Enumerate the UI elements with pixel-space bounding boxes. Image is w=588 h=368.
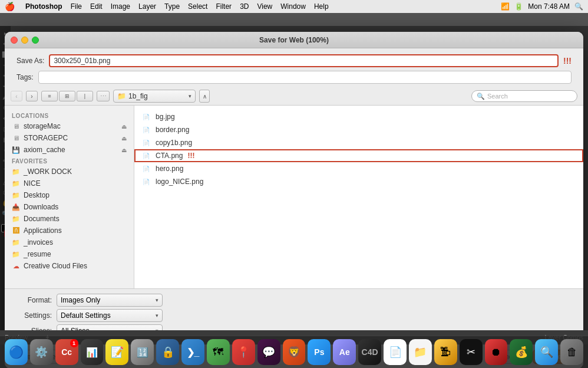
- sidebar-item-resume[interactable]: 📁 _resume: [5, 248, 134, 260]
- dropdown-arrow-icon: ▾: [189, 93, 191, 99]
- back-button[interactable]: ‹: [11, 91, 22, 101]
- app-name[interactable]: Photoshop: [25, 2, 62, 11]
- sidebar-storagemac-label: storageMac: [24, 122, 61, 130]
- forward-button[interactable]: ›: [26, 91, 38, 101]
- eject-icon-axiom[interactable]: ⏏: [121, 147, 127, 153]
- sidebar-item-axiom-cache[interactable]: 💾 axiom_cache ⏏: [5, 144, 134, 156]
- column-view-button[interactable]: |: [77, 91, 93, 101]
- search-placeholder: Search: [487, 93, 508, 100]
- file-item-hero[interactable]: 📄 hero.png: [134, 162, 583, 175]
- menu-image[interactable]: Image: [111, 2, 130, 11]
- dock-item-cinema4d[interactable]: C4D: [358, 339, 381, 365]
- file-item-logo[interactable]: 📄 logo_NICE.png: [134, 175, 583, 188]
- menu-select[interactable]: Select: [188, 2, 207, 11]
- dock-item-calculator[interactable]: 🔢: [131, 339, 154, 365]
- list-view-button[interactable]: ≡: [41, 91, 58, 101]
- icon-view-button[interactable]: ⊞: [59, 91, 75, 101]
- sidebar-item-desktop[interactable]: 📁 Desktop: [5, 189, 134, 201]
- folder-action-button[interactable]: ⋯: [97, 91, 110, 101]
- dock-item-notes[interactable]: 📝: [105, 339, 128, 365]
- menu-layer[interactable]: Layer: [138, 2, 156, 11]
- file-item-copy1b[interactable]: 📄 copy1b.png: [134, 136, 583, 149]
- eject-icon-storagemac[interactable]: ⏏: [121, 123, 127, 130]
- dock-item-trash[interactable]: 🗑: [560, 339, 583, 365]
- menu-view[interactable]: View: [257, 2, 272, 11]
- save-as-warning-icon: !!!: [563, 56, 572, 65]
- menu-filter[interactable]: Filter: [216, 2, 232, 11]
- folder-icon-documents: 📁: [12, 215, 20, 223]
- dock-item-finder[interactable]: 🔵: [5, 339, 28, 365]
- sidebar-cc-files-label: Creative Cloud Files: [24, 262, 87, 270]
- dock-item-vscode[interactable]: ❯_: [181, 339, 204, 365]
- file-item-cta[interactable]: 📄 CTA.png !!!: [134, 149, 583, 162]
- file-icon-cta: 📄: [141, 151, 151, 160]
- location-dropdown[interactable]: 📁 1b_fig ▾: [113, 90, 196, 103]
- settings-label: Settings:: [16, 311, 52, 320]
- tags-label: Tags:: [16, 73, 34, 81]
- eject-icon-storagepc[interactable]: ⏏: [121, 135, 127, 142]
- sidebar-item-storagepc[interactable]: 🖥 STORAGEPC ⏏: [5, 132, 134, 144]
- dock-item-activity-monitor[interactable]: 📊: [81, 339, 104, 365]
- photoshop-background: ▸ ✥ ⬜ ⊹ ✒ ✚ 🖌 ⊕ ↩ ◻ ▦ ○ ✏ T △ ⬡ ✋ 🔍: [0, 13, 588, 368]
- close-button[interactable]: [11, 37, 18, 44]
- folder-icon-apps: 🅰: [12, 226, 20, 235]
- dialog-title: Save for Web (100%): [259, 36, 329, 44]
- dock-item-archive[interactable]: 🗜: [434, 339, 457, 365]
- location-bar: ‹ › ≡ ⊞ | ⋯ 📁 1b_fig ▾ ∧ 🔍 Se: [5, 87, 583, 106]
- settings-select[interactable]: Default Settings ▾: [57, 309, 163, 322]
- dock-item-brave[interactable]: 🦁: [283, 339, 306, 365]
- menu-3d[interactable]: 3D: [240, 2, 249, 11]
- maximize-button[interactable]: [32, 37, 39, 44]
- file-list: 📄 bg.jpg 📄 border.png 📄 copy1b.png 📄 CTA…: [134, 106, 583, 288]
- dock-item-google-maps[interactable]: 📍: [232, 339, 255, 365]
- format-select[interactable]: Images Only ▾: [57, 294, 163, 307]
- apple-menu[interactable]: 🍎: [5, 2, 15, 11]
- dock-item-maps[interactable]: 🗺: [207, 339, 230, 365]
- save-as-input[interactable]: [49, 54, 559, 67]
- tags-input[interactable]: [38, 71, 572, 84]
- traffic-lights: [11, 37, 39, 44]
- folder-icon-nice: 📁: [12, 179, 20, 188]
- dock-item-after-effects[interactable]: Ae: [333, 339, 356, 365]
- sidebar-axiom-label: axiom_cache: [24, 146, 65, 154]
- dock-item-screencast[interactable]: ⏺: [485, 339, 508, 365]
- menu-help[interactable]: Help: [314, 2, 329, 11]
- search-box[interactable]: 🔍 Search: [471, 90, 577, 102]
- dock-item-spotlight[interactable]: 🔍: [535, 339, 558, 365]
- sidebar-item-creative-cloud-files[interactable]: ☁ Creative Cloud Files: [5, 260, 134, 272]
- sidebar-applications-label: Applications: [24, 226, 62, 235]
- sidebar-item-nice[interactable]: 📁 NICE: [5, 178, 134, 189]
- dock-item-capcut[interactable]: ✂: [460, 339, 483, 365]
- sidebar-item-applications[interactable]: 🅰 Applications: [5, 225, 134, 236]
- dock-item-creative-cloud[interactable]: Cc 1: [55, 339, 78, 365]
- dock-item-files[interactable]: 📁: [409, 339, 432, 365]
- format-dropdown-arrow-icon: ▾: [156, 297, 158, 303]
- dock-item-system-preferences[interactable]: ⚙️: [30, 339, 53, 365]
- dock-item-slack[interactable]: 💬: [257, 339, 280, 365]
- menu-battery-icon: 🔋: [514, 2, 523, 11]
- dock-item-photoshop[interactable]: Ps: [308, 339, 331, 365]
- format-value: Images Only: [61, 296, 100, 304]
- folder-icon-desktop: 📁: [12, 191, 20, 199]
- file-item-bg[interactable]: 📄 bg.jpg: [134, 110, 583, 123]
- dock-item-privacy[interactable]: 🔒: [156, 339, 179, 365]
- menu-file[interactable]: File: [71, 2, 82, 11]
- menu-type[interactable]: Type: [164, 2, 180, 11]
- expand-button[interactable]: ∧: [199, 90, 210, 103]
- search-icon: 🔍: [477, 93, 485, 100]
- sidebar-item-downloads[interactable]: 📥 Downloads: [5, 201, 134, 213]
- file-name-hero: hero.png: [156, 165, 183, 173]
- sidebar-item-invoices[interactable]: 📁 _invoices: [5, 236, 134, 248]
- dock-item-pages[interactable]: 📄: [384, 339, 407, 365]
- menu-search-icon[interactable]: 🔍: [574, 2, 583, 11]
- sidebar-item-documents[interactable]: 📁 Documents: [5, 213, 134, 225]
- dock-item-money[interactable]: 💰: [510, 339, 533, 365]
- sidebar: Locations 🖥 storageMac ⏏ 🖥 STORAGEPC ⏏ 💾: [5, 106, 134, 288]
- minimize-button[interactable]: [21, 37, 28, 44]
- menu-window[interactable]: Window: [280, 2, 306, 11]
- cc-icon: ☁: [12, 262, 20, 270]
- sidebar-item-work-dock[interactable]: 📁 _WORK DOCK: [5, 166, 134, 178]
- menu-edit[interactable]: Edit: [90, 2, 103, 11]
- file-item-border[interactable]: 📄 border.png: [134, 123, 583, 136]
- sidebar-item-storagemac[interactable]: 🖥 storageMac ⏏: [5, 120, 134, 132]
